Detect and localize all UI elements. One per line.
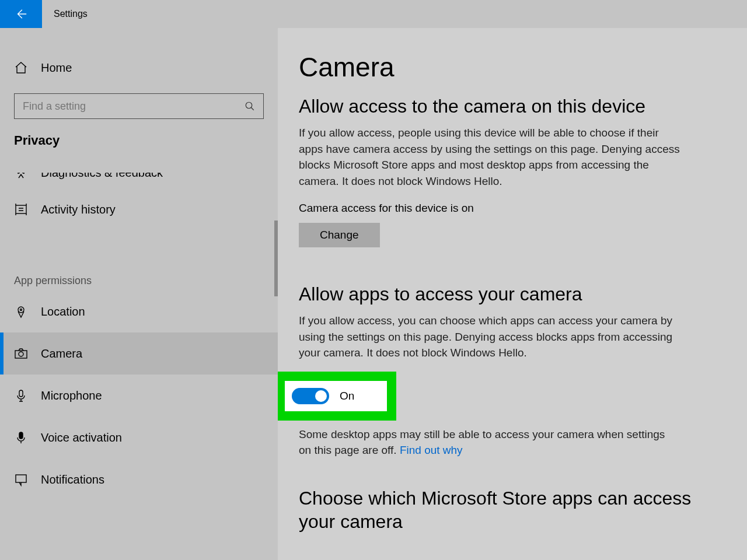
svg-point-6 [19, 352, 23, 356]
diagnostics-icon [14, 173, 28, 180]
window-title: Settings [42, 9, 88, 19]
apps-access-toggle[interactable] [292, 388, 329, 404]
sidebar-nav: Windows permissions Diagnostics & feedba… [0, 173, 278, 560]
sidebar-category: Privacy [0, 119, 278, 148]
sidebar-item-label: Location [41, 305, 85, 318]
titlebar: Settings [0, 0, 747, 28]
toggle-state-label: On [340, 390, 354, 402]
sidebar-home-label: Home [41, 61, 72, 75]
svg-rect-2 [16, 205, 26, 214]
svg-point-0 [246, 102, 252, 108]
search-input[interactable] [23, 100, 245, 113]
section-apps-access-body: If you allow access, you can choose whic… [299, 313, 684, 361]
device-access-status: Camera access for this device is on [299, 202, 712, 215]
sidebar-item-camera[interactable]: Camera [0, 332, 278, 374]
voice-icon [14, 430, 28, 444]
home-icon [14, 61, 28, 75]
sidebar-item-diagnostics[interactable]: Diagnostics & feedback [0, 173, 278, 188]
history-icon [14, 202, 28, 216]
svg-rect-7 [19, 390, 23, 397]
sidebar: Home Privacy Windows permissions Diagnos… [0, 28, 278, 560]
section-store-apps-heading: Choose which Microsoft Store apps can ac… [299, 487, 712, 533]
note-text: Some desktop apps may still be able to a… [299, 428, 665, 457]
sidebar-item-location[interactable]: Location [0, 290, 278, 332]
svg-point-3 [18, 307, 24, 313]
camera-icon [14, 346, 28, 360]
sidebar-item-activity-history[interactable]: Activity history [0, 188, 278, 230]
main-panel: Camera Allow access to the camera on thi… [278, 28, 747, 560]
section-device-access-heading: Allow access to the camera on this devic… [299, 94, 712, 118]
page-title: Camera [299, 51, 712, 83]
sidebar-item-label: Camera [41, 347, 82, 360]
back-button[interactable] [0, 0, 42, 28]
section-device-access-body: If you allow access, people using this d… [299, 125, 684, 189]
notifications-icon [14, 473, 28, 487]
sidebar-item-label: Notifications [41, 473, 104, 487]
group-app-permissions: App permissions [0, 275, 278, 287]
sidebar-item-label: Microphone [41, 389, 102, 402]
content: Home Privacy Windows permissions Diagnos… [0, 28, 747, 560]
sidebar-item-label: Activity history [41, 203, 116, 216]
desktop-apps-note: Some desktop apps may still be able to a… [299, 426, 672, 459]
sidebar-item-voice-activation[interactable]: Voice activation [0, 416, 278, 459]
search-box[interactable] [14, 93, 264, 119]
location-icon [14, 304, 28, 318]
search-icon [245, 101, 255, 111]
change-button[interactable]: Change [299, 223, 380, 247]
sidebar-item-microphone[interactable]: Microphone [0, 374, 278, 416]
sidebar-home[interactable]: Home [0, 47, 278, 89]
arrow-left-icon [15, 8, 27, 20]
sidebar-item-label: Diagnostics & feedback [41, 173, 163, 180]
svg-point-4 [20, 309, 22, 311]
highlight-annotation: On [278, 372, 396, 421]
find-out-why-link[interactable]: Find out why [400, 444, 463, 456]
section-apps-access-heading: Allow apps to access your camera [299, 282, 712, 306]
sidebar-item-notifications[interactable]: Notifications [0, 459, 278, 501]
svg-rect-8 [19, 432, 23, 439]
sidebar-item-label: Voice activation [41, 431, 122, 444]
svg-rect-9 [16, 475, 26, 482]
microphone-icon [14, 388, 28, 402]
